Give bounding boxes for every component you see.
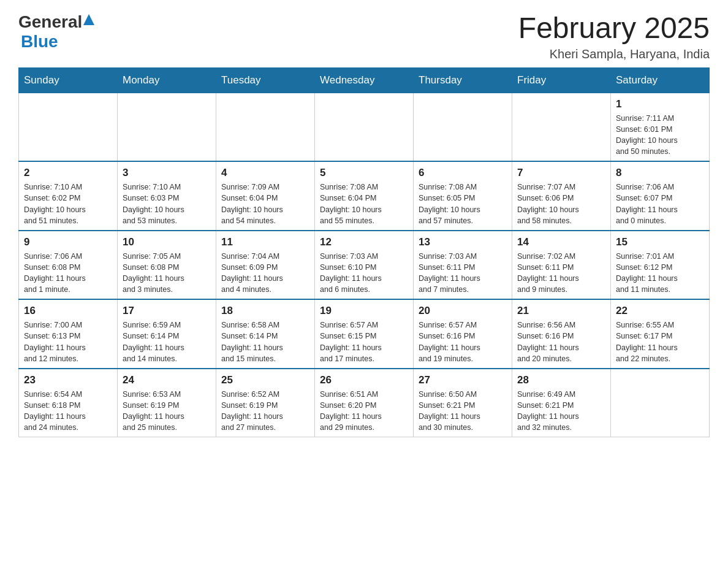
calendar-week-row: 1Sunrise: 7:11 AM Sunset: 6:01 PM Daylig…	[19, 93, 710, 161]
col-saturday: Saturday	[611, 67, 710, 93]
calendar-cell: 25Sunrise: 6:52 AM Sunset: 6:19 PM Dayli…	[216, 369, 315, 437]
cell-sun-info: Sunrise: 7:10 AM Sunset: 6:02 PM Dayligh…	[24, 182, 112, 226]
calendar-cell: 1Sunrise: 7:11 AM Sunset: 6:01 PM Daylig…	[611, 93, 710, 161]
calendar-cell: 11Sunrise: 7:04 AM Sunset: 6:09 PM Dayli…	[216, 231, 315, 300]
cell-sun-info: Sunrise: 7:00 AM Sunset: 6:13 PM Dayligh…	[24, 320, 112, 364]
title-block: February 2025 Kheri Sampla, Haryana, Ind…	[518, 12, 710, 61]
cell-sun-info: Sunrise: 7:09 AM Sunset: 6:04 PM Dayligh…	[221, 182, 309, 226]
calendar-cell: 5Sunrise: 7:08 AM Sunset: 6:04 PM Daylig…	[315, 161, 414, 231]
calendar-cell	[216, 93, 315, 161]
cell-day-number: 3	[123, 167, 211, 179]
cell-day-number: 17	[123, 305, 211, 317]
calendar-cell: 16Sunrise: 7:00 AM Sunset: 6:13 PM Dayli…	[19, 299, 118, 369]
calendar-cell: 17Sunrise: 6:59 AM Sunset: 6:14 PM Dayli…	[118, 299, 216, 369]
calendar-cell	[315, 93, 414, 161]
col-sunday: Sunday	[19, 67, 118, 93]
logo-general-text: General	[18, 12, 82, 32]
calendar-cell: 10Sunrise: 7:05 AM Sunset: 6:08 PM Dayli…	[118, 231, 216, 300]
cell-sun-info: Sunrise: 7:01 AM Sunset: 6:12 PM Dayligh…	[616, 251, 704, 296]
cell-day-number: 8	[616, 167, 704, 179]
calendar-cell: 22Sunrise: 6:55 AM Sunset: 6:17 PM Dayli…	[611, 299, 710, 369]
cell-sun-info: Sunrise: 6:52 AM Sunset: 6:19 PM Dayligh…	[221, 389, 309, 434]
cell-day-number: 15	[616, 236, 704, 248]
cell-sun-info: Sunrise: 6:51 AM Sunset: 6:20 PM Dayligh…	[320, 389, 408, 434]
cell-sun-info: Sunrise: 7:10 AM Sunset: 6:03 PM Dayligh…	[123, 182, 211, 226]
cell-day-number: 13	[419, 236, 507, 248]
cell-sun-info: Sunrise: 6:56 AM Sunset: 6:16 PM Dayligh…	[517, 320, 605, 364]
cell-sun-info: Sunrise: 7:03 AM Sunset: 6:10 PM Dayligh…	[320, 251, 408, 296]
cell-day-number: 9	[24, 236, 112, 248]
cell-day-number: 18	[221, 305, 309, 317]
cell-day-number: 12	[320, 236, 408, 248]
calendar-week-row: 2Sunrise: 7:10 AM Sunset: 6:02 PM Daylig…	[19, 161, 710, 231]
calendar-cell	[512, 93, 611, 161]
col-tuesday: Tuesday	[216, 67, 315, 93]
calendar-cell: 28Sunrise: 6:49 AM Sunset: 6:21 PM Dayli…	[512, 369, 611, 437]
calendar-week-row: 23Sunrise: 6:54 AM Sunset: 6:18 PM Dayli…	[19, 369, 710, 437]
calendar-cell: 2Sunrise: 7:10 AM Sunset: 6:02 PM Daylig…	[19, 161, 118, 231]
cell-day-number: 5	[320, 167, 408, 179]
logo: General Blue	[18, 12, 94, 52]
col-monday: Monday	[118, 67, 216, 93]
cell-day-number: 7	[517, 167, 605, 179]
cell-sun-info: Sunrise: 6:57 AM Sunset: 6:15 PM Dayligh…	[320, 320, 408, 364]
cell-day-number: 2	[24, 167, 112, 179]
cell-sun-info: Sunrise: 7:06 AM Sunset: 6:08 PM Dayligh…	[24, 251, 112, 296]
cell-sun-info: Sunrise: 7:03 AM Sunset: 6:11 PM Dayligh…	[419, 251, 507, 296]
cell-day-number: 24	[123, 374, 211, 386]
calendar-week-row: 16Sunrise: 7:00 AM Sunset: 6:13 PM Dayli…	[19, 299, 710, 369]
calendar-cell: 12Sunrise: 7:03 AM Sunset: 6:10 PM Dayli…	[315, 231, 414, 300]
cell-sun-info: Sunrise: 6:54 AM Sunset: 6:18 PM Dayligh…	[24, 389, 112, 434]
calendar-cell	[19, 93, 118, 161]
cell-day-number: 23	[24, 374, 112, 386]
cell-sun-info: Sunrise: 6:55 AM Sunset: 6:17 PM Dayligh…	[616, 320, 704, 364]
calendar-cell: 6Sunrise: 7:08 AM Sunset: 6:05 PM Daylig…	[414, 161, 512, 231]
page-header: General Blue February 2025 Kheri Sampla,…	[18, 12, 710, 61]
cell-day-number: 20	[419, 305, 507, 317]
calendar-cell: 24Sunrise: 6:53 AM Sunset: 6:19 PM Dayli…	[118, 369, 216, 437]
cell-day-number: 26	[320, 374, 408, 386]
cell-sun-info: Sunrise: 7:04 AM Sunset: 6:09 PM Dayligh…	[221, 251, 309, 296]
svg-marker-0	[83, 14, 94, 25]
cell-sun-info: Sunrise: 7:11 AM Sunset: 6:01 PM Dayligh…	[616, 113, 704, 158]
cell-sun-info: Sunrise: 7:07 AM Sunset: 6:06 PM Dayligh…	[517, 182, 605, 226]
cell-day-number: 16	[24, 305, 112, 317]
cell-sun-info: Sunrise: 6:57 AM Sunset: 6:16 PM Dayligh…	[419, 320, 507, 364]
calendar-cell: 15Sunrise: 7:01 AM Sunset: 6:12 PM Dayli…	[611, 231, 710, 300]
cell-day-number: 22	[616, 305, 704, 317]
calendar-cell	[118, 93, 216, 161]
calendar-cell: 19Sunrise: 6:57 AM Sunset: 6:15 PM Dayli…	[315, 299, 414, 369]
calendar-week-row: 9Sunrise: 7:06 AM Sunset: 6:08 PM Daylig…	[19, 231, 710, 300]
location-title: Kheri Sampla, Haryana, India	[518, 47, 710, 61]
cell-day-number: 19	[320, 305, 408, 317]
calendar-cell	[414, 93, 512, 161]
cell-sun-info: Sunrise: 7:06 AM Sunset: 6:07 PM Dayligh…	[616, 182, 704, 226]
calendar-cell: 21Sunrise: 6:56 AM Sunset: 6:16 PM Dayli…	[512, 299, 611, 369]
cell-sun-info: Sunrise: 6:58 AM Sunset: 6:14 PM Dayligh…	[221, 320, 309, 364]
cell-sun-info: Sunrise: 7:02 AM Sunset: 6:11 PM Dayligh…	[517, 251, 605, 296]
col-wednesday: Wednesday	[315, 67, 414, 93]
calendar-cell: 3Sunrise: 7:10 AM Sunset: 6:03 PM Daylig…	[118, 161, 216, 231]
col-thursday: Thursday	[414, 67, 512, 93]
cell-day-number: 11	[221, 236, 309, 248]
calendar-cell: 27Sunrise: 6:50 AM Sunset: 6:21 PM Dayli…	[414, 369, 512, 437]
calendar-cell: 7Sunrise: 7:07 AM Sunset: 6:06 PM Daylig…	[512, 161, 611, 231]
logo-triangle-icon	[83, 14, 94, 28]
calendar-cell: 9Sunrise: 7:06 AM Sunset: 6:08 PM Daylig…	[19, 231, 118, 300]
cell-sun-info: Sunrise: 6:49 AM Sunset: 6:21 PM Dayligh…	[517, 389, 605, 434]
calendar-cell: 14Sunrise: 7:02 AM Sunset: 6:11 PM Dayli…	[512, 231, 611, 300]
col-friday: Friday	[512, 67, 611, 93]
cell-day-number: 6	[419, 167, 507, 179]
calendar-cell: 23Sunrise: 6:54 AM Sunset: 6:18 PM Dayli…	[19, 369, 118, 437]
cell-day-number: 1	[616, 98, 704, 110]
calendar-table: Sunday Monday Tuesday Wednesday Thursday…	[18, 67, 710, 438]
cell-sun-info: Sunrise: 6:50 AM Sunset: 6:21 PM Dayligh…	[419, 389, 507, 434]
cell-day-number: 14	[517, 236, 605, 248]
cell-day-number: 21	[517, 305, 605, 317]
cell-day-number: 10	[123, 236, 211, 248]
month-title: February 2025	[518, 12, 710, 45]
cell-day-number: 28	[517, 374, 605, 386]
cell-sun-info: Sunrise: 6:59 AM Sunset: 6:14 PM Dayligh…	[123, 320, 211, 364]
calendar-cell: 8Sunrise: 7:06 AM Sunset: 6:07 PM Daylig…	[611, 161, 710, 231]
calendar-cell: 20Sunrise: 6:57 AM Sunset: 6:16 PM Dayli…	[414, 299, 512, 369]
